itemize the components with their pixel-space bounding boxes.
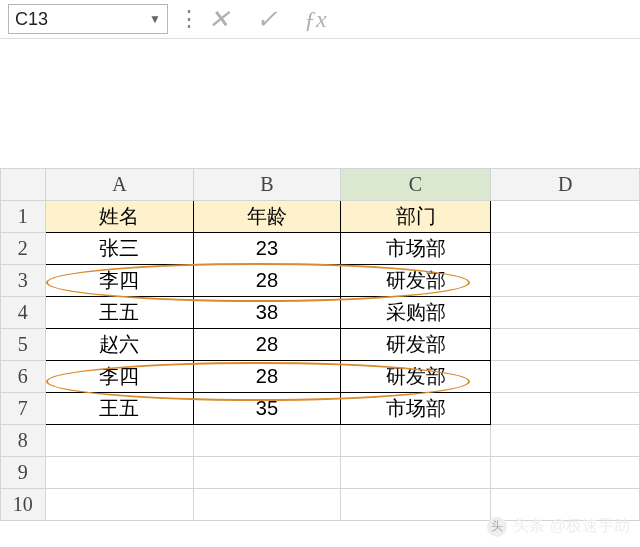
cell[interactable]: 23 bbox=[194, 233, 340, 265]
cell[interactable] bbox=[340, 425, 491, 457]
cell[interactable] bbox=[491, 457, 640, 489]
cell[interactable]: 研发部 bbox=[340, 329, 491, 361]
cell[interactable]: 28 bbox=[194, 361, 340, 393]
row-header[interactable]: 9 bbox=[1, 457, 46, 489]
row-header[interactable]: 5 bbox=[1, 329, 46, 361]
cell[interactable] bbox=[45, 489, 194, 521]
watermark-text: 头条 @极速手助 bbox=[513, 516, 630, 537]
fx-icon[interactable]: ƒx bbox=[304, 7, 327, 31]
chevron-down-icon[interactable]: ▼ bbox=[149, 12, 161, 26]
cell[interactable] bbox=[491, 329, 640, 361]
cell[interactable] bbox=[491, 265, 640, 297]
cell[interactable]: 28 bbox=[194, 329, 340, 361]
cell[interactable]: 李四 bbox=[45, 361, 194, 393]
cell[interactable]: 姓名 bbox=[45, 201, 194, 233]
cell[interactable]: 采购部 bbox=[340, 297, 491, 329]
cell[interactable]: 市场部 bbox=[340, 233, 491, 265]
cell[interactable]: 研发部 bbox=[340, 265, 491, 297]
cell[interactable]: 35 bbox=[194, 393, 340, 425]
separator-dots: ⋮ bbox=[178, 6, 198, 32]
row-header[interactable]: 7 bbox=[1, 393, 46, 425]
name-box[interactable]: C13 ▼ bbox=[8, 4, 168, 34]
cell[interactable]: 研发部 bbox=[340, 361, 491, 393]
column-header-a[interactable]: A bbox=[45, 169, 194, 201]
cell[interactable]: 年龄 bbox=[194, 201, 340, 233]
row-header[interactable]: 10 bbox=[1, 489, 46, 521]
cell[interactable] bbox=[340, 457, 491, 489]
row-header[interactable]: 8 bbox=[1, 425, 46, 457]
cell[interactable] bbox=[194, 489, 340, 521]
cell[interactable] bbox=[491, 361, 640, 393]
cell[interactable]: 张三 bbox=[45, 233, 194, 265]
cell[interactable] bbox=[491, 297, 640, 329]
cell[interactable] bbox=[491, 393, 640, 425]
spreadsheet[interactable]: ABCD1姓名年龄部门2张三23市场部3李四28研发部4王五38采购部5赵六28… bbox=[0, 168, 640, 521]
cell[interactable]: 王五 bbox=[45, 297, 194, 329]
cell[interactable] bbox=[194, 425, 340, 457]
row-header[interactable]: 6 bbox=[1, 361, 46, 393]
cell[interactable]: 王五 bbox=[45, 393, 194, 425]
cell[interactable] bbox=[340, 489, 491, 521]
cell[interactable]: 38 bbox=[194, 297, 340, 329]
cancel-icon: ✕ bbox=[208, 6, 230, 32]
cell[interactable]: 赵六 bbox=[45, 329, 194, 361]
watermark-logo-icon: 头 bbox=[487, 517, 507, 537]
cell[interactable]: 李四 bbox=[45, 265, 194, 297]
cell[interactable] bbox=[491, 425, 640, 457]
column-header-b[interactable]: B bbox=[194, 169, 340, 201]
select-all-corner[interactable] bbox=[1, 169, 46, 201]
cell[interactable]: 28 bbox=[194, 265, 340, 297]
row-header[interactable]: 4 bbox=[1, 297, 46, 329]
row-header[interactable]: 1 bbox=[1, 201, 46, 233]
name-box-value: C13 bbox=[15, 9, 48, 30]
cell[interactable]: 市场部 bbox=[340, 393, 491, 425]
watermark: 头 头条 @极速手助 bbox=[487, 516, 630, 537]
column-header-d[interactable]: D bbox=[491, 169, 640, 201]
cell[interactable] bbox=[45, 425, 194, 457]
cell[interactable] bbox=[45, 457, 194, 489]
cell[interactable] bbox=[491, 201, 640, 233]
row-header[interactable]: 3 bbox=[1, 265, 46, 297]
cell[interactable] bbox=[491, 233, 640, 265]
column-header-c[interactable]: C bbox=[340, 169, 491, 201]
cell[interactable]: 部门 bbox=[340, 201, 491, 233]
formula-bar[interactable] bbox=[0, 38, 640, 118]
row-header[interactable]: 2 bbox=[1, 233, 46, 265]
accept-icon: ✓ bbox=[256, 6, 278, 32]
cell[interactable] bbox=[194, 457, 340, 489]
